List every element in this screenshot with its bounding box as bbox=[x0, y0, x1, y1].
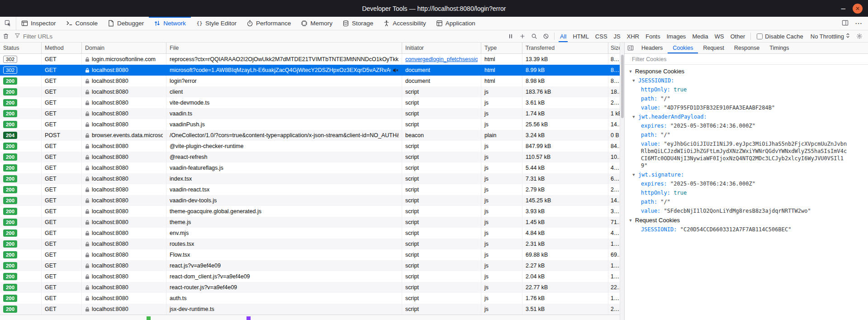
status-cell: 302 bbox=[0, 65, 42, 76]
tab-performance[interactable]: Performance bbox=[242, 17, 296, 30]
transferred-cell: 2.27 kB bbox=[522, 260, 608, 271]
type-filter-other[interactable]: Other bbox=[727, 30, 749, 42]
status-badge: 200 bbox=[3, 240, 17, 248]
devtools-menu-icon[interactable]: ⋯ bbox=[855, 19, 863, 28]
lock-icon bbox=[85, 144, 90, 149]
file-cell: theme.js bbox=[166, 217, 402, 228]
cookie-name[interactable]: ▼jwt.signature: bbox=[625, 170, 868, 179]
initiator-cell: convergedlogin_pfetchsessionsp… bbox=[402, 54, 481, 65]
details-tab-response[interactable]: Response bbox=[729, 43, 764, 53]
tab-inspector[interactable]: Inspector bbox=[16, 17, 61, 30]
cookie-property: value: "eyJhbGciOiJIUzI1NiJ9.eyJpc3MiOiJ… bbox=[625, 139, 868, 170]
domcontentloaded-marker bbox=[147, 316, 151, 320]
tab-network[interactable]: Network bbox=[149, 17, 191, 30]
type-filter-media[interactable]: Media bbox=[689, 30, 711, 42]
table-row[interactable]: 200GETlocalhost:8080vite-devmode.tsscrip… bbox=[0, 97, 620, 108]
disable-cache-input[interactable] bbox=[757, 33, 763, 39]
new-request-icon[interactable] bbox=[517, 30, 528, 42]
status-cell: 200 bbox=[0, 184, 42, 195]
size-cell: 8… bbox=[608, 54, 620, 65]
table-row[interactable]: 200GETlocalhost:8080vaadin-featureflags.… bbox=[0, 162, 620, 173]
table-row[interactable]: 200GETlocalhost:8080theme.jsscriptjs1.45… bbox=[0, 217, 620, 228]
table-row[interactable]: 200GETlocalhost:8080react-router.js?v=a9… bbox=[0, 282, 620, 293]
settings-gear-icon[interactable] bbox=[854, 30, 865, 42]
table-row[interactable]: 302GETlocalhost:8080microsoft?code=1.AW8… bbox=[0, 65, 620, 76]
disable-cache-checkbox[interactable]: Disable Cache bbox=[753, 33, 807, 40]
filter-cookies-input[interactable] bbox=[632, 56, 861, 62]
table-row[interactable]: 200GETlocalhost:8080@vite-plugin-checker… bbox=[0, 141, 620, 152]
vertical-scrollbar[interactable] bbox=[620, 43, 624, 320]
toggle-panel-icon[interactable] bbox=[625, 43, 636, 53]
initiator-link[interactable]: convergedlogin_pfetchsessionsp… bbox=[405, 56, 478, 62]
status-badge: 200 bbox=[3, 110, 17, 117]
filter-funnel-icon bbox=[14, 33, 20, 40]
size-cell: 1… bbox=[608, 239, 620, 249]
status-badge: 200 bbox=[3, 186, 17, 193]
column-header-method[interactable]: Method bbox=[42, 43, 82, 53]
table-row[interactable]: 200GETlocalhost:8080vaadinPush.jsscriptj… bbox=[0, 119, 620, 130]
scrollbar-thumb[interactable] bbox=[621, 55, 624, 118]
tab-debugger[interactable]: Debugger bbox=[103, 17, 149, 30]
tab-console[interactable]: Console bbox=[61, 17, 103, 30]
details-tab-timings[interactable]: Timings bbox=[764, 43, 794, 53]
type-filter-images[interactable]: Images bbox=[664, 30, 689, 42]
minimize-icon[interactable]: – bbox=[841, 6, 845, 11]
method-cell: GET bbox=[42, 65, 82, 76]
table-row[interactable]: 204POSTbrowser.events.data.microsof…/One… bbox=[0, 130, 620, 141]
tab-storage[interactable]: Storage bbox=[337, 17, 378, 30]
transferred-cell: 7.31 kB bbox=[522, 173, 608, 184]
tab-memory[interactable]: Memory bbox=[296, 17, 337, 30]
cookie-name[interactable]: ▼JSESSIONID: bbox=[625, 76, 868, 85]
table-row[interactable]: 200GETlocalhost:8080react.js?v=a9ef4e09s… bbox=[0, 260, 620, 271]
table-row[interactable]: 200GETlocalhost:8080env.mjsscriptjs4.84 … bbox=[0, 228, 620, 239]
pause-traffic-icon[interactable] bbox=[505, 30, 517, 42]
filter-urls-input[interactable] bbox=[23, 33, 505, 40]
status-badge: 200 bbox=[3, 99, 17, 106]
search-icon[interactable] bbox=[528, 30, 540, 42]
table-row[interactable]: 302GETlogin.microsoftonline.comreprocess… bbox=[0, 54, 620, 65]
column-header-domain[interactable]: Domain bbox=[82, 43, 166, 53]
column-header-type[interactable]: Type bbox=[481, 43, 522, 53]
type-filter-css[interactable]: CSS bbox=[592, 30, 611, 42]
column-header-status[interactable]: Status bbox=[0, 43, 42, 53]
type-filter-xhr[interactable]: XHR bbox=[624, 30, 642, 42]
type-filter-js[interactable]: JS bbox=[611, 30, 624, 42]
cookie-section-header[interactable]: ▼Request Cookies bbox=[625, 215, 868, 225]
type-filter-ws[interactable]: WS bbox=[711, 30, 727, 42]
details-tab-cookies[interactable]: Cookies bbox=[668, 43, 698, 53]
column-header-file[interactable]: File bbox=[166, 43, 402, 53]
close-icon[interactable]: ✕ bbox=[853, 4, 863, 14]
clear-requests-icon[interactable] bbox=[0, 30, 12, 42]
column-header-transferred[interactable]: Transferred bbox=[522, 43, 608, 53]
table-row[interactable]: 200GETlocalhost:8080index.tsxscriptjs7.3… bbox=[0, 173, 620, 184]
tab-style-editor[interactable]: {}Style Editor bbox=[191, 17, 242, 30]
file-cell: vite-devmode.ts bbox=[166, 97, 402, 108]
table-row[interactable]: 200GETlocalhost:8080Flow.tsxscriptjs69.8… bbox=[0, 249, 620, 260]
column-header-size[interactable]: Size bbox=[608, 43, 620, 53]
table-row[interactable]: 200GETlocalhost:8080auth.tsscriptjs1.76 … bbox=[0, 293, 620, 304]
type-filter-all[interactable]: All bbox=[557, 30, 569, 42]
table-row[interactable]: 200GETlocalhost:8080clientscriptjs183.76… bbox=[0, 86, 620, 97]
type-filter-html[interactable]: HTML bbox=[569, 30, 592, 42]
tab-accessibility[interactable]: Accessibility bbox=[378, 17, 431, 30]
cookie-name[interactable]: ▼jwt.headerAndPayload: bbox=[625, 112, 868, 121]
table-row[interactable]: 200GETlocalhost:8080routes.tsxscriptjs2.… bbox=[0, 239, 620, 249]
table-row[interactable]: 200GETlocalhost:8080react-dom_client.js?… bbox=[0, 271, 620, 282]
details-tab-headers[interactable]: Headers bbox=[636, 43, 668, 53]
column-header-initiator[interactable]: Initiator bbox=[402, 43, 481, 53]
request-blocking-icon[interactable] bbox=[540, 30, 552, 42]
table-row[interactable]: 200GETlocalhost:8080jsx-dev-runtime.tssc… bbox=[0, 304, 620, 315]
cookie-section-header[interactable]: ▼Response Cookies bbox=[625, 67, 868, 76]
split-pane-icon[interactable] bbox=[842, 19, 849, 28]
table-row[interactable]: 200GETlocalhost:8080@react-refreshscript… bbox=[0, 152, 620, 162]
table-row[interactable]: 200GETlocalhost:8080theme-goacquire.glob… bbox=[0, 206, 620, 217]
table-row[interactable]: 200GETlocalhost:8080login?errordocumenth… bbox=[0, 76, 620, 86]
table-row[interactable]: 200GETlocalhost:8080vaadin-dev-tools.jss… bbox=[0, 195, 620, 206]
details-tab-request[interactable]: Request bbox=[698, 43, 729, 53]
table-row[interactable]: 200GETlocalhost:8080vaadin-react.tsxscri… bbox=[0, 184, 620, 195]
table-row[interactable]: 200GETlocalhost:8080vaadin.tsscriptjs1.7… bbox=[0, 108, 620, 119]
throttling-select[interactable]: No Throttling bbox=[807, 33, 854, 40]
tab-application[interactable]: Application bbox=[431, 17, 480, 30]
pick-element-icon[interactable] bbox=[0, 17, 16, 30]
type-filter-fonts[interactable]: Fonts bbox=[642, 30, 664, 42]
